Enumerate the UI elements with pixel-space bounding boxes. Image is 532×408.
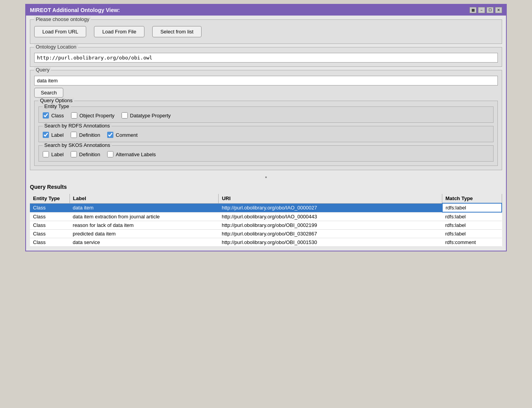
cell-label: reason for lack of data item [70, 221, 219, 230]
cell-uri: http://purl.obolibrary.org/obo/IAO_00004… [219, 212, 442, 221]
main-window: MIREOT Additional Ontology View: ▦ – ☐ ✕… [25, 4, 507, 251]
cell-match-type: rdfs:label [442, 230, 502, 238]
col-entity-type-header: Entity Type [30, 194, 70, 203]
rdfs-checkboxes: Label Definition Comment [43, 132, 489, 138]
rdfs-comment-checkbox-item: Comment [107, 132, 137, 138]
table-row[interactable]: Classpredicted data itemhttp://purl.obol… [30, 230, 502, 238]
table-header-row: Entity Type Label URI Match Type [30, 194, 502, 203]
table-row[interactable]: Classdata itemhttp://purl.obolibrary.org… [30, 203, 502, 212]
object-property-checkbox-item: Object Property [71, 112, 115, 119]
rdfs-label-checkbox[interactable] [43, 132, 49, 138]
rdfs-definition-checkbox-item: Definition [71, 132, 100, 138]
results-table-body: Classdata itemhttp://purl.obolibrary.org… [30, 203, 502, 247]
cell-label: predicted data item [70, 230, 219, 238]
choose-ontology-group: Please choose ontology Load From URL Loa… [30, 19, 502, 44]
search-button[interactable]: Search [34, 88, 63, 98]
entity-type-label: Entity Type [43, 103, 71, 109]
restore-icon[interactable]: ☐ [487, 7, 494, 13]
cell-entity-type: Class [30, 238, 70, 247]
skos-definition-checkbox[interactable] [71, 151, 77, 157]
choose-ontology-content: Load From URL Load From File Select from… [34, 26, 498, 37]
skos-definition-label[interactable]: Definition [79, 152, 100, 157]
skos-alt-labels-label[interactable]: Alternative Labels [116, 152, 156, 157]
entity-type-group: Entity Type Class Object Property [38, 106, 494, 123]
rdfs-label-checkbox-label[interactable]: Label [51, 132, 64, 138]
cell-entity-type: Class [30, 203, 70, 212]
cell-entity-type: Class [30, 212, 70, 221]
window-title: MIREOT Additional Ontology View: [30, 7, 120, 13]
cell-uri: http://purl.obolibrary.org/obo/OBI_00015… [219, 238, 442, 247]
rdfs-label: Search by RDFS Annotations [43, 123, 111, 129]
ontology-button-row: Load From URL Load From File Select from… [34, 26, 498, 37]
skos-alt-labels-checkbox-item: Alternative Labels [107, 151, 156, 157]
col-match-type-header: Match Type [442, 194, 502, 203]
skos-label-checkbox-label[interactable]: Label [51, 152, 64, 157]
object-property-checkbox[interactable] [71, 112, 77, 119]
results-title: Query Results [30, 182, 502, 192]
datatype-property-label[interactable]: Datatype Property [130, 113, 171, 119]
cell-match-type: rdfs:label [442, 221, 502, 230]
divider-bar: ● [30, 173, 502, 181]
datatype-property-checkbox[interactable] [122, 112, 128, 119]
rdfs-label-checkbox-item: Label [43, 132, 64, 138]
object-property-label[interactable]: Object Property [80, 113, 115, 119]
skos-label: Search by SKOS Annotations [43, 142, 112, 148]
query-input[interactable] [34, 76, 498, 85]
cell-uri: http://purl.obolibrary.org/obo/OBI_00021… [219, 221, 442, 230]
class-checkbox-item: Class [43, 112, 64, 119]
query-options-group: Query Options Entity Type Class Object P… [34, 101, 498, 166]
results-table: Entity Type Label URI Match Type Classda… [30, 194, 502, 247]
cell-label: data item [70, 203, 219, 212]
window-body: Please choose ontology Load From URL Loa… [26, 16, 506, 251]
query-options-label: Query Options [38, 98, 74, 103]
cell-label: data service [70, 238, 219, 247]
rdfs-comment-checkbox[interactable] [107, 132, 113, 138]
query-content: Search Query Options Entity Type Class [34, 76, 498, 166]
skos-label-checkbox-item: Label [43, 151, 64, 157]
query-group: Query Search Query Options Entity Type C… [30, 70, 502, 170]
ontology-location-input[interactable] [34, 53, 498, 63]
skos-definition-checkbox-item: Definition [71, 151, 100, 157]
close-icon[interactable]: ✕ [495, 7, 502, 13]
table-row[interactable]: Classreason for lack of data itemhttp://… [30, 221, 502, 230]
rdfs-definition-label[interactable]: Definition [79, 132, 100, 138]
datatype-property-checkbox-item: Datatype Property [122, 112, 171, 119]
ontology-location-label: Ontology Location [34, 44, 78, 50]
cell-entity-type: Class [30, 230, 70, 238]
cell-label: data item extraction from journal articl… [70, 212, 219, 221]
col-label-header: Label [70, 194, 219, 203]
tile-icon[interactable]: ▦ [469, 7, 476, 13]
select-from-list-button[interactable]: Select from list [152, 26, 202, 37]
skos-annotations-group: Search by SKOS Annotations Label Definit… [38, 145, 494, 162]
class-checkbox[interactable] [43, 112, 49, 119]
load-from-url-button[interactable]: Load From URL [34, 26, 86, 37]
cell-match-type: rdfs:label [442, 203, 502, 212]
ontology-location-group: Ontology Location [30, 47, 502, 67]
cell-match-type: rdfs:label [442, 212, 502, 221]
choose-ontology-label: Please choose ontology [34, 16, 91, 22]
ontology-location-content [34, 53, 498, 63]
query-label: Query [34, 67, 51, 73]
class-checkbox-label[interactable]: Class [51, 113, 64, 119]
results-section: Query Results Entity Type Label URI Matc… [30, 182, 502, 247]
minimize-icon[interactable]: – [478, 7, 485, 13]
col-uri-header: URI [219, 194, 442, 203]
table-row[interactable]: Classdata item extraction from journal a… [30, 212, 502, 221]
cell-uri: http://purl.obolibrary.org/obo/OBI_03028… [219, 230, 442, 238]
cell-match-type: rdfs:comment [442, 238, 502, 247]
entity-type-checkboxes: Class Object Property Datatype Property [43, 112, 489, 119]
rdfs-annotations-group: Search by RDFS Annotations Label Definit… [38, 126, 494, 142]
skos-label-checkbox[interactable] [43, 151, 49, 157]
rdfs-definition-checkbox[interactable] [71, 132, 77, 138]
window-controls: ▦ – ☐ ✕ [469, 7, 502, 13]
skos-checkboxes: Label Definition Alternative Labels [43, 151, 489, 157]
skos-alt-labels-checkbox[interactable] [107, 151, 113, 157]
cell-entity-type: Class [30, 221, 70, 230]
cell-uri: http://purl.obolibrary.org/obo/IAO_00000… [219, 203, 442, 212]
rdfs-comment-label[interactable]: Comment [116, 132, 137, 138]
load-from-file-button[interactable]: Load From File [94, 26, 144, 37]
title-bar: MIREOT Additional Ontology View: ▦ – ☐ ✕ [26, 5, 506, 16]
table-row[interactable]: Classdata servicehttp://purl.obolibrary.… [30, 238, 502, 247]
